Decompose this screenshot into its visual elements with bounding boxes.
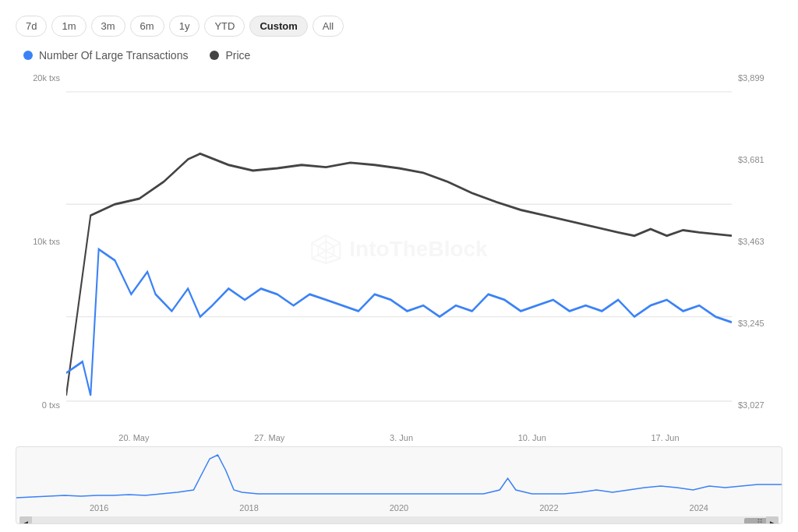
legend-transactions: Number Of Large Transactions [23, 49, 188, 62]
btn-3m[interactable]: 3m [91, 16, 125, 37]
transactions-line [66, 249, 732, 396]
y-left-top: 20k txs [16, 73, 60, 83]
mini-x-2024: 2024 [690, 503, 708, 513]
btn-7d[interactable]: 7d [16, 16, 47, 37]
mini-x-2022: 2022 [539, 503, 558, 513]
chart-plot: IntoTheBlock [66, 69, 732, 429]
x-label-2: 27. May [254, 433, 284, 442]
mini-x-2016: 2016 [90, 503, 108, 513]
chart-svg [66, 69, 732, 429]
y-right-5: $3,027 [738, 400, 782, 410]
x-label-3: 3. Jun [390, 433, 413, 442]
y-right-4: $3,245 [738, 319, 782, 328]
legend-label-price: Price [225, 49, 250, 62]
legend-dot-price [210, 51, 219, 60]
btn-6m[interactable]: 6m [130, 16, 164, 37]
x-label-4: 10. Jun [518, 433, 546, 442]
y-axis-right: $3,899 $3,681 $3,463 $3,245 $3,027 [732, 69, 782, 429]
mini-chart-svg [16, 447, 782, 502]
y-right-2: $3,681 [738, 155, 782, 164]
x-label-1: 20. May [118, 433, 149, 442]
chart-legend: Number Of Large Transactions Price [23, 49, 782, 62]
scroll-right-arrow[interactable]: ► [766, 516, 779, 524]
mini-chart-container: 2016 2018 2020 2022 2024 ◄ ⣿ ► [16, 446, 782, 524]
y-axis-left: 20k txs 10k txs 0 txs [16, 69, 66, 429]
scrollbar[interactable]: ◄ ⣿ ► [19, 516, 779, 524]
y-right-3: $3,463 [738, 237, 782, 246]
legend-label-transactions: Number Of Large Transactions [39, 49, 188, 62]
scroll-left-arrow[interactable]: ◄ [19, 516, 32, 524]
btn-custom[interactable]: Custom [249, 16, 307, 37]
btn-ytd[interactable]: YTD [204, 16, 245, 37]
y-left-bottom: 0 txs [16, 400, 60, 410]
y-left-mid: 10k txs [16, 237, 60, 246]
y-right-1: $3,899 [738, 73, 782, 83]
mini-transactions-line [16, 455, 782, 498]
btn-all[interactable]: All [312, 16, 344, 37]
x-label-5: 17. Jun [651, 433, 680, 442]
main-container: 7d 1m 3m 6m 1y YTD Custom All Number Of … [0, 0, 798, 532]
mini-x-2018: 2018 [239, 503, 258, 513]
legend-price: Price [210, 49, 250, 62]
mini-x-axis: 2016 2018 2020 2022 2024 [16, 502, 782, 514]
mini-x-2020: 2020 [390, 503, 408, 513]
x-axis: 20. May 27. May 3. Jun 10. Jun 17. Jun [66, 429, 732, 446]
chart-area: 20k txs 10k txs 0 txs IntoTheBlock [16, 69, 782, 524]
legend-dot-transactions [23, 51, 33, 60]
btn-1y[interactable]: 1y [169, 16, 200, 37]
main-chart: 20k txs 10k txs 0 txs IntoTheBlock [16, 69, 782, 429]
price-line [66, 153, 732, 395]
time-range-buttons: 7d 1m 3m 6m 1y YTD Custom All [16, 16, 782, 37]
btn-1m[interactable]: 1m [51, 16, 86, 37]
